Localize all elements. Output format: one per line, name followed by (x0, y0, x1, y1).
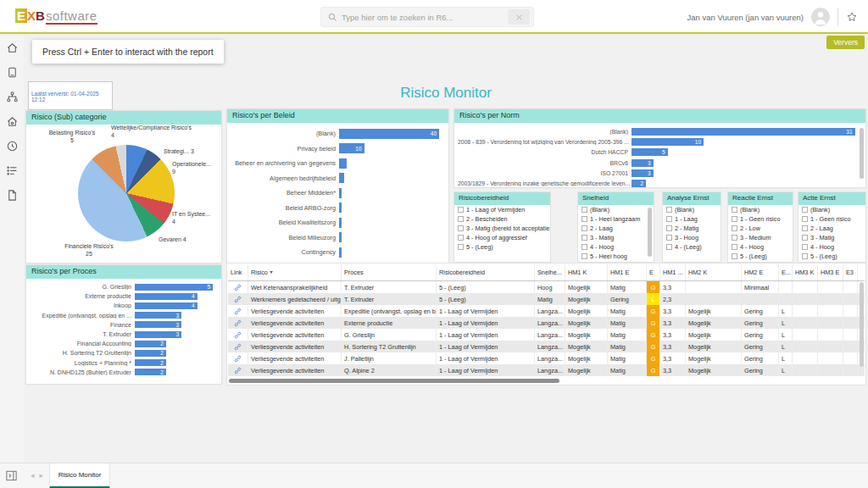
checkbox-icon[interactable] (732, 253, 737, 259)
row-link-icon[interactable] (228, 364, 248, 376)
bar[interactable] (339, 232, 342, 242)
bar[interactable] (339, 188, 342, 198)
bar[interactable]: 2 (632, 180, 646, 187)
column-header-hm3-e[interactable]: HM3 E (818, 264, 843, 280)
filter-option[interactable]: 5 - Heel hoog (578, 252, 654, 261)
bar[interactable]: 40 (339, 129, 439, 139)
column-header-risicobereidheid[interactable]: Risicobereidheid (437, 264, 535, 280)
checkbox-icon[interactable] (581, 216, 587, 222)
bar[interactable] (339, 247, 342, 258)
checkbox-icon[interactable] (581, 253, 587, 259)
bar[interactable]: 2 (135, 341, 166, 347)
filter-option[interactable]: (Blank) (578, 205, 654, 214)
column-header-link[interactable]: Link (228, 264, 248, 280)
filter-option[interactable]: 3 - Medium (728, 233, 793, 242)
checkbox-icon[interactable] (732, 207, 737, 213)
binder-icon[interactable] (0, 60, 24, 85)
checkbox-icon[interactable] (732, 216, 737, 222)
column-header-e3[interactable]: E3 (843, 264, 858, 280)
filter-option[interactable]: 4 - (Leeg) (663, 242, 721, 252)
checkbox-icon[interactable] (458, 216, 464, 222)
bar[interactable]: 3 (632, 169, 654, 177)
list-icon[interactable] (0, 158, 24, 183)
row-link-icon[interactable] (228, 293, 248, 305)
column-header-e[interactable]: E (647, 264, 660, 280)
checkbox-icon[interactable] (802, 207, 808, 213)
row-link-icon[interactable] (228, 352, 248, 364)
next-tab-icon[interactable]: ▸ (40, 471, 44, 480)
column-header-e-[interactable]: E... (779, 264, 793, 280)
column-header-hm3-k[interactable]: HM3 K (793, 264, 818, 280)
bar[interactable]: 3 (632, 159, 654, 167)
search-clear-button[interactable] (508, 9, 530, 25)
app-logo[interactable]: EXBsoftware (15, 8, 97, 25)
checkbox-icon[interactable] (666, 244, 672, 250)
refresh-button[interactable]: Ververs (826, 36, 865, 49)
workflow-icon[interactable] (0, 85, 24, 109)
filter-option[interactable]: 3 - Matig (bereid tot acceptatie van ... (454, 224, 550, 233)
checkbox-icon[interactable] (581, 207, 587, 213)
filter-option[interactable]: (Blank) (663, 205, 721, 214)
expand-panel-icon[interactable] (5, 469, 18, 485)
bar[interactable] (339, 158, 347, 169)
checkbox-icon[interactable] (581, 244, 587, 250)
column-header-hm2-k[interactable]: HM2 K (686, 264, 742, 280)
filter-option[interactable]: 4 - Hoog (578, 242, 654, 252)
filter-option[interactable]: 4 - Hoog of aggressief (454, 233, 550, 242)
filter-scrollbar[interactable] (648, 208, 652, 257)
bar[interactable]: 5 (632, 148, 668, 156)
checkbox-icon[interactable] (802, 225, 808, 231)
column-header-risico[interactable]: Risico (248, 264, 342, 280)
bar[interactable]: 2 (135, 369, 166, 375)
filter-option[interactable]: 4 - Hoog (798, 242, 865, 252)
filter-option[interactable]: 1 - Laag (663, 214, 721, 224)
column-header-snelhe-[interactable]: Snelhe... (535, 264, 565, 280)
search-input[interactable] (342, 13, 508, 22)
bar[interactable]: 4 (135, 302, 198, 309)
filter-option[interactable]: 5 - (Leeg) (454, 242, 550, 252)
bar[interactable] (339, 173, 344, 183)
filter-option[interactable]: 1 - Heel langzaam (578, 214, 654, 224)
checkbox-icon[interactable] (458, 225, 464, 231)
checkbox-icon[interactable] (458, 207, 464, 213)
filter-option[interactable]: 5 - (Leeg) (798, 252, 865, 261)
checkbox-icon[interactable] (666, 216, 672, 222)
bar[interactable]: 10 (339, 143, 364, 153)
bar[interactable]: 10 (632, 138, 704, 146)
column-header-proces[interactable]: Proces (342, 264, 437, 280)
filter-option[interactable]: 1 - Laag of Vermijden (454, 205, 550, 214)
favorite-star-icon[interactable] (846, 11, 858, 23)
clock-icon[interactable] (0, 134, 24, 158)
row-link-icon[interactable] (228, 329, 248, 341)
bar[interactable]: 2 (135, 350, 166, 357)
row-link-icon[interactable] (228, 341, 248, 352)
bar[interactable]: 3 (135, 321, 181, 328)
filter-option[interactable]: 2 - Laag (798, 224, 865, 233)
table-vertical-scrollbar[interactable] (860, 282, 864, 367)
checkbox-icon[interactable] (666, 207, 672, 213)
bar[interactable]: 31 (632, 128, 855, 136)
filter-option[interactable]: 5 - (Leeg) (728, 252, 793, 261)
row-link-icon[interactable] (228, 317, 248, 329)
filter-option[interactable]: 2 - Laag (578, 224, 654, 233)
checkbox-icon[interactable] (732, 235, 737, 241)
bar[interactable] (339, 218, 342, 228)
bar[interactable]: 3 (135, 331, 181, 338)
column-header-hm2-e[interactable]: HM2 E (742, 264, 779, 280)
bar[interactable]: 3 (135, 312, 181, 319)
filter-option[interactable]: (Blank) (728, 205, 793, 214)
document-icon[interactable] (0, 183, 24, 208)
user-menu[interactable]: Jan van Vuuren (jan van vuuren) (687, 13, 804, 22)
building-icon[interactable] (0, 109, 24, 134)
row-link-icon[interactable] (228, 305, 248, 317)
column-header-hm1-e[interactable]: HM1 E (608, 264, 647, 280)
bar[interactable]: 4 (135, 293, 198, 300)
filter-option[interactable]: 2 - Matig (663, 224, 721, 233)
prev-tab-icon[interactable]: ◂ (31, 471, 35, 480)
checkbox-icon[interactable] (581, 235, 587, 241)
norm-chart-scrollbar[interactable] (860, 128, 864, 179)
checkbox-icon[interactable] (732, 225, 737, 231)
checkbox-icon[interactable] (458, 235, 464, 241)
row-link-icon[interactable] (228, 281, 248, 293)
column-header-hm1-[interactable]: HM1 ... (660, 264, 686, 280)
